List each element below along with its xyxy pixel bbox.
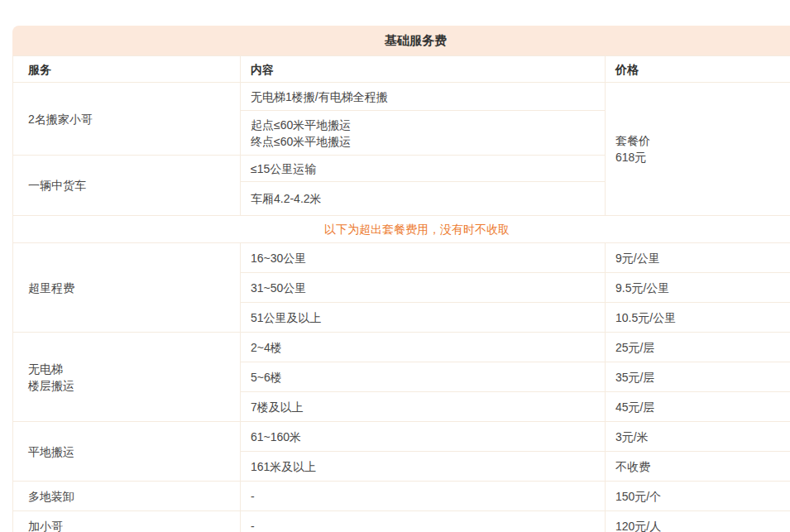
- content-cell: 7楼及以上: [241, 392, 606, 422]
- service-line: 无电梯: [28, 361, 232, 377]
- package-price-value: 618元: [615, 149, 790, 165]
- content-cell: 无电梯1楼搬/有电梯全程搬: [241, 83, 606, 111]
- table-title: 基础服务费: [12, 26, 790, 55]
- content-cell: -: [241, 511, 606, 532]
- col-header-price: 价格: [606, 56, 790, 83]
- service-cell-truck: 一辆中货车: [13, 156, 241, 216]
- price-cell: 120元/人: [606, 511, 790, 532]
- col-header-content: 内容: [241, 56, 606, 83]
- content-line: 终点≤60米平地搬运: [251, 133, 596, 150]
- price-cell-package: 套餐价 618元: [606, 83, 790, 216]
- price-cell: 9元/公里: [606, 243, 790, 273]
- content-cell: 16~30公里: [241, 243, 606, 273]
- notice-text: 以下为超出套餐费用，没有时不收取: [13, 216, 790, 243]
- price-cell: 35元/层: [606, 362, 790, 392]
- service-cell-multi-stop: 多地装卸: [13, 482, 241, 511]
- content-cell: ≤15公里运输: [241, 156, 606, 182]
- content-cell: 61~160米: [241, 422, 606, 452]
- basic-service-fee-table: 服务 内容 价格 2名搬家小哥 无电梯1楼搬/有电梯全程搬 套餐价 618元 起…: [12, 55, 790, 532]
- table-row: 多地装卸 - 150元/个: [13, 482, 790, 511]
- price-cell: 10.5元/公里: [606, 303, 790, 333]
- price-cell: 不收费: [606, 452, 790, 482]
- price-cell: 3元/米: [606, 422, 790, 452]
- package-price-label: 套餐价: [615, 132, 790, 149]
- table-row: 2名搬家小哥 无电梯1楼搬/有电梯全程搬 套餐价 618元: [13, 83, 790, 111]
- table-row: 无电梯 楼层搬运 2~4楼 25元/层: [13, 333, 790, 362]
- table-row: 加小哥 - 120元/人: [13, 511, 790, 532]
- table-row: 超里程费 16~30公里 9元/公里: [13, 243, 790, 273]
- content-cell: 51公里及以上: [241, 303, 606, 333]
- service-cell-movers: 2名搬家小哥: [13, 83, 241, 156]
- service-line: 楼层搬运: [28, 377, 232, 394]
- content-cell: -: [241, 482, 606, 511]
- price-cell: 9.5元/公里: [606, 273, 790, 303]
- content-cell: 31~50公里: [241, 273, 606, 303]
- table-row: 平地搬运 61~160米 3元/米: [13, 422, 790, 452]
- service-cell-stairs: 无电梯 楼层搬运: [13, 333, 241, 422]
- content-cell: 161米及以上: [241, 452, 606, 482]
- price-cell: 45元/层: [606, 392, 790, 422]
- service-cell-extra-worker: 加小哥: [13, 511, 241, 532]
- content-line: 起点≤60米平地搬运: [251, 117, 596, 133]
- price-cell: 25元/层: [606, 333, 790, 362]
- price-cell: 150元/个: [606, 482, 790, 511]
- column-header-row: 服务 内容 价格: [13, 56, 790, 83]
- service-cell-mileage: 超里程费: [13, 243, 241, 333]
- pricing-table: 基础服务费 服务 内容 价格 2名搬家小哥 无电梯1楼搬/有电梯全程搬 套餐价 …: [12, 26, 790, 532]
- notice-row: 以下为超出套餐费用，没有时不收取: [13, 216, 790, 243]
- content-cell: 车厢4.2-4.2米: [241, 182, 606, 216]
- content-cell: 5~6楼: [241, 362, 606, 392]
- col-header-service: 服务: [13, 56, 241, 83]
- content-cell: 起点≤60米平地搬运 终点≤60米平地搬运: [241, 111, 606, 156]
- content-cell: 2~4楼: [241, 333, 606, 362]
- service-cell-flat-carry: 平地搬运: [13, 422, 241, 482]
